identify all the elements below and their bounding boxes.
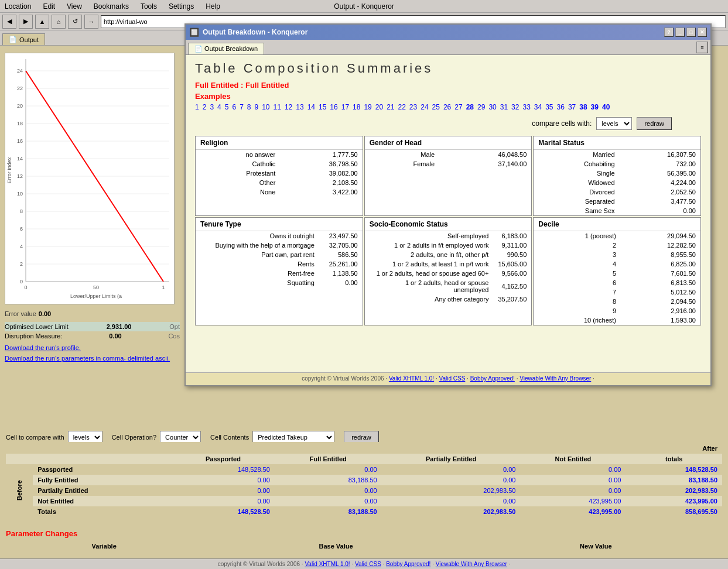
ex-8[interactable]: 8	[247, 103, 251, 111]
xhtml-link[interactable]: Valid XHTML 1.0!	[305, 561, 350, 567]
religion-label-none: None	[196, 187, 280, 197]
compare-select[interactable]: levels totals row % col %	[596, 117, 632, 130]
val-3-2: 0.00	[382, 496, 521, 506]
ex-25[interactable]: 25	[432, 103, 440, 111]
ex-30[interactable]: 30	[488, 103, 496, 111]
ex-24[interactable]: 24	[421, 103, 428, 111]
ex-1[interactable]: 1	[195, 103, 199, 111]
modal-xhtml-link[interactable]: Valid XHTML 1.0!	[389, 375, 434, 382]
ex-12[interactable]: 12	[285, 103, 292, 111]
modal-maximize-btn[interactable]: □	[686, 28, 696, 37]
ex-33[interactable]: 33	[522, 103, 530, 111]
ex-3[interactable]: 3	[210, 103, 214, 111]
marital-val-widowed: 4,224.00	[620, 178, 700, 187]
browser-link[interactable]: Viewable With Any Browser	[436, 561, 507, 567]
home-button[interactable]: ⌂	[52, 15, 66, 29]
menu-tools[interactable]: Tools	[138, 1, 159, 12]
cell-contents-label: Cell Contents	[210, 434, 249, 441]
decile-row-10: 10 (richest)1,593.00	[534, 316, 700, 325]
svg-text:6: 6	[20, 226, 23, 232]
val-3-3: 423,995.00	[520, 496, 626, 506]
gender-section: Gender of Head Male46,048.50 Female37,14…	[364, 136, 532, 216]
ex-22[interactable]: 22	[398, 103, 406, 111]
tenure-row-mortgage: Buying with the help of a mortgage32,705…	[196, 241, 363, 250]
grand-total: 858,695.50	[626, 506, 722, 517]
optimised-value: 2,931.00	[107, 323, 132, 330]
ex-17[interactable]: 17	[341, 103, 349, 111]
menu-edit[interactable]: Edit	[40, 1, 57, 12]
ex-6[interactable]: 6	[232, 103, 236, 111]
ex-13[interactable]: 13	[296, 103, 303, 111]
ex-26[interactable]: 26	[443, 103, 451, 111]
menu-location[interactable]: Location	[2, 1, 33, 12]
ex-19[interactable]: 19	[364, 103, 371, 111]
ex-11[interactable]: 11	[274, 103, 281, 111]
decile-row-5: 57,601.50	[534, 269, 700, 278]
modal-browser-link[interactable]: Viewable With Any Browser	[519, 375, 591, 382]
decile-val-5: 7,601.50	[621, 269, 700, 278]
ex-39[interactable]: 39	[591, 103, 599, 111]
ex-14[interactable]: 14	[307, 103, 315, 111]
ex-37[interactable]: 37	[568, 103, 576, 111]
modal-bobby-link[interactable]: Bobby Approved!	[470, 375, 515, 382]
ex-35[interactable]: 35	[545, 103, 553, 111]
marital-label-single: Single	[534, 169, 619, 178]
param-changes-section: Parameter Changes Variable Base Value Ne…	[0, 527, 728, 553]
modal-redraw-button[interactable]: redraw	[637, 117, 672, 130]
ex-38[interactable]: 38	[579, 103, 587, 111]
ex-23[interactable]: 23	[409, 103, 417, 111]
css-link[interactable]: Valid CSS	[355, 561, 381, 567]
forward-button[interactable]: ▶	[19, 15, 33, 29]
ex-32[interactable]: 32	[511, 103, 519, 111]
main-tab[interactable]: 📄 Output	[2, 33, 45, 45]
decile-label-4: 4	[534, 259, 621, 269]
ex-27[interactable]: 27	[454, 103, 462, 111]
modal-help-btn[interactable]: ?	[664, 28, 674, 37]
ses-val-selfemployed: 6,183.00	[493, 231, 531, 241]
menu-help[interactable]: Help	[203, 1, 223, 12]
ex-5[interactable]: 5	[225, 103, 229, 111]
total-1: 83,188.50	[626, 475, 722, 485]
output-breakdown-tab[interactable]: 📄 Output Breakdown	[188, 43, 264, 54]
ex-18[interactable]: 18	[353, 103, 360, 111]
back-button[interactable]: ◀	[2, 15, 16, 29]
ex-7[interactable]: 7	[240, 103, 244, 111]
menu-settings[interactable]: Settings	[166, 1, 196, 12]
ex-34[interactable]: 34	[534, 103, 542, 111]
stop-button[interactable]: →	[84, 15, 98, 29]
menu-view[interactable]: View	[64, 1, 84, 12]
menu-bookmarks[interactable]: Bookmarks	[91, 1, 131, 12]
ex-4[interactable]: 4	[217, 103, 221, 111]
row-totals: Totals 148,528.50 83,188.50 202,983.50 4…	[6, 506, 722, 517]
optimised-label: Optimised Lower Limit	[5, 323, 69, 330]
ex-2[interactable]: 2	[203, 103, 207, 111]
modal-minimize-btn[interactable]: _	[675, 28, 685, 37]
download-profile-link[interactable]: Download the run's profile.	[5, 344, 180, 351]
decile-label-2: 2	[534, 241, 621, 250]
ex-9[interactable]: 9	[255, 103, 259, 111]
row-label-totals: Totals	[33, 506, 172, 517]
bobby-link[interactable]: Bobby Approved!	[386, 561, 430, 567]
marital-val-samesex: 0.00	[620, 206, 700, 215]
up-button[interactable]: ▲	[35, 15, 49, 29]
ex-20[interactable]: 20	[375, 103, 383, 111]
refresh-button[interactable]: ↺	[68, 15, 82, 29]
ex-10[interactable]: 10	[262, 103, 269, 111]
cell-operation-label: Cell Operation?	[112, 434, 156, 441]
decile-label-8: 8	[534, 297, 621, 306]
decile-val-6: 6,813.50	[621, 278, 700, 287]
ex-15[interactable]: 15	[319, 103, 326, 111]
ex-36[interactable]: 36	[557, 103, 565, 111]
graph-svg: 0 2 4 6 8 10 12 14 16 18 20 22 24 0 50 1	[5, 53, 175, 305]
ex-21[interactable]: 21	[387, 103, 394, 111]
ex-40[interactable]: 40	[602, 103, 610, 111]
download-params-link[interactable]: Download the run's parameters in comma- …	[5, 355, 180, 362]
modal-toolbar-btn[interactable]: ≡	[696, 42, 708, 53]
modal-css-link[interactable]: Valid CSS	[439, 375, 466, 382]
ex-31[interactable]: 31	[500, 103, 508, 111]
modal-close-btn[interactable]: ✕	[698, 28, 707, 37]
ex-29[interactable]: 29	[477, 103, 485, 111]
ex-16[interactable]: 16	[330, 103, 337, 111]
svg-text:Error Index: Error Index	[6, 157, 12, 183]
ex-28[interactable]: 28	[466, 103, 474, 111]
